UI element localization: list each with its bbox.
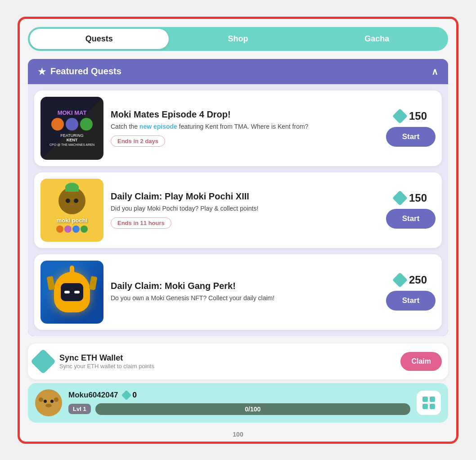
moki-pochi-label: moki pochi: [57, 217, 88, 224]
quest-info-moki-gang: Daily Claim: Moki Gang Perk! Do you own …: [111, 281, 379, 303]
user-avatar: [35, 389, 62, 416]
start-button-moki-mates[interactable]: Start: [386, 127, 436, 147]
user-points: 0: [123, 391, 137, 400]
sync-points-display: [34, 352, 52, 370]
quest-info-moki-mates: Moki Mates Episode 4 Drop! Catch the new…: [111, 109, 379, 147]
xp-text: 0/100: [245, 406, 260, 413]
quest-badge-moki-pochi: Ends in 11 hours: [111, 217, 171, 229]
level-badge: Lvl 1: [68, 404, 91, 414]
featured-title: Featured Quests: [50, 66, 121, 77]
user-bar: Moku6042047 0 Lvl 1 0/100: [28, 383, 448, 423]
quest-image-moki-gang: [40, 261, 103, 324]
start-button-moki-gang[interactable]: Start: [386, 291, 436, 311]
quest-desc-moki-gang: Do you own a Moki Genesis NFT? Collect y…: [111, 294, 379, 303]
samurai-helmet: [54, 272, 90, 312]
tab-gacha[interactable]: Gacha: [307, 29, 446, 49]
user-info: Moku6042047 0 Lvl 1 0/100: [68, 391, 410, 415]
username-row: Moku6042047 0: [68, 391, 410, 400]
kent-label: FEATURINGKENTCPO @ THE MACHINES AREN: [49, 133, 94, 147]
quest-actions-moki-gang: 250 Start: [386, 274, 436, 311]
tab-navigation: Quests Shop Gacha: [28, 27, 448, 51]
quest-info-moki-pochi: Daily Claim: Play Moki Pochi XIII Did yo…: [111, 191, 379, 229]
diamond-icon-moki-pochi: [392, 190, 408, 206]
user-diamond-icon: [121, 390, 131, 400]
quest-title-moki-pochi: Daily Claim: Play Moki Pochi XIII: [111, 191, 379, 202]
moki-pochi-character: [58, 187, 85, 214]
grid-cell-1: [422, 397, 428, 402]
quest-points-moki-gang: 250: [395, 274, 427, 286]
bottom-partial: 100: [28, 429, 448, 442]
quest-actions-moki-mates: 150 Start: [386, 110, 436, 147]
xp-bar: 0/100: [95, 403, 410, 415]
sync-desc: Sync your ETH wallet to claim points: [59, 363, 393, 370]
sync-diamond-icon: [31, 348, 56, 374]
grid-button[interactable]: [417, 391, 441, 415]
quest-desc-moki-pochi: Did you play Moki Pochi today? Play & co…: [111, 204, 379, 213]
quest-card-moki-mates: MOKI MAT FEATURINGKENTCPO @ THE MACHINES…: [34, 90, 442, 166]
tab-shop[interactable]: Shop: [169, 29, 308, 49]
quest-image-moki-pochi: moki pochi: [40, 179, 103, 242]
quest-points-moki-mates: 150: [395, 110, 427, 122]
quest-image-moki-mates: MOKI MAT FEATURINGKENTCPO @ THE MACHINES…: [40, 97, 103, 160]
quest-title-moki-gang: Daily Claim: Moki Gang Perk!: [111, 281, 379, 291]
quest-points-moki-pochi: 150: [395, 192, 427, 204]
grid-icon: [422, 397, 435, 409]
featured-header-left: ★ Featured Quests: [38, 66, 121, 77]
sync-title: Sync ETH Wallet: [59, 353, 393, 363]
avatar-face: [37, 392, 60, 414]
claim-button[interactable]: Claim: [400, 352, 442, 371]
diamond-icon-moki-mates: [392, 108, 408, 124]
tab-quests[interactable]: Quests: [30, 29, 169, 49]
sync-info: Sync ETH Wallet Sync your ETH wallet to …: [59, 353, 393, 370]
grid-cell-4: [430, 404, 435, 409]
quest-title-moki-mates: Moki Mates Episode 4 Drop!: [111, 109, 379, 120]
sync-eth-card: Sync ETH Wallet Sync your ETH wallet to …: [28, 343, 448, 379]
main-container: Quests Shop Gacha ★ Featured Quests ∧ MO…: [18, 17, 458, 444]
chevron-up-icon[interactable]: ∧: [431, 66, 438, 77]
quest-desc-moki-mates: Catch the new episode featuring Kent fro…: [111, 122, 379, 131]
diamond-icon-moki-gang: [392, 272, 408, 288]
quest-badge-moki-mates: Ends in 2 days: [111, 135, 165, 147]
quest-cards-container: MOKI MAT FEATURINGKENTCPO @ THE MACHINES…: [28, 84, 448, 336]
featured-quests-header: ★ Featured Quests ∧: [28, 59, 448, 84]
quest-link-moki-mates[interactable]: new episode: [139, 123, 177, 130]
username: Moku6042047: [68, 391, 118, 400]
quest-card-moki-pochi: moki pochi Daily Claim: Play Moki Pochi …: [34, 172, 442, 248]
quest-card-moki-gang: Daily Claim: Moki Gang Perk! Do you own …: [34, 254, 442, 330]
level-row: Lvl 1 0/100: [68, 403, 410, 415]
featured-quests-section: ★ Featured Quests ∧ MOKI MAT: [28, 59, 448, 336]
quest-actions-moki-pochi: 150 Start: [386, 192, 436, 229]
start-button-moki-pochi[interactable]: Start: [386, 209, 436, 229]
grid-cell-2: [430, 397, 435, 402]
moki-mates-image-label: MOKI MAT: [58, 109, 87, 116]
grid-cell-3: [422, 404, 428, 409]
star-icon: ★: [38, 66, 46, 77]
